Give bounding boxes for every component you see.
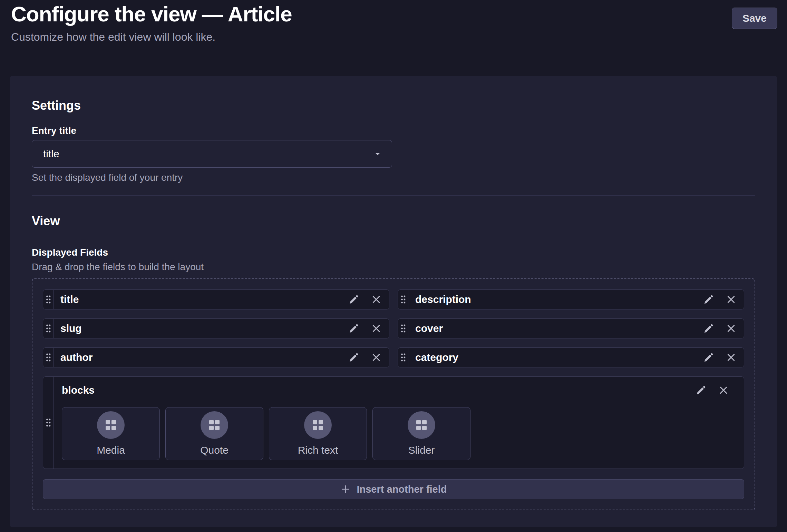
component-icon-circle bbox=[408, 411, 435, 439]
pencil-icon bbox=[703, 352, 714, 363]
component-card[interactable]: Rich text bbox=[269, 407, 367, 460]
drag-handle[interactable] bbox=[398, 319, 408, 338]
pencil-icon bbox=[348, 294, 359, 305]
view-heading: View bbox=[32, 214, 755, 229]
component-icon-circle bbox=[97, 411, 125, 439]
entry-title-select-value: title bbox=[43, 148, 59, 160]
six-dot-drag-handle-icon bbox=[46, 324, 51, 333]
insert-field-button[interactable]: Insert another field bbox=[43, 479, 744, 499]
edit-field-button[interactable] bbox=[703, 323, 714, 334]
drag-handle[interactable] bbox=[398, 290, 408, 309]
edit-field-button[interactable] bbox=[348, 352, 359, 363]
pencil-icon bbox=[348, 323, 359, 334]
component-header: blocks bbox=[62, 382, 736, 398]
field-row[interactable]: author bbox=[43, 347, 389, 367]
field-name: category bbox=[408, 348, 703, 367]
page-title: Configure the view — Article bbox=[11, 2, 777, 26]
field-row[interactable]: title bbox=[43, 289, 389, 309]
component-label: Media bbox=[97, 444, 125, 456]
page-subtitle: Customize how the edit view will look li… bbox=[11, 31, 777, 43]
edit-field-button[interactable] bbox=[703, 352, 714, 363]
remove-field-button[interactable] bbox=[371, 352, 381, 363]
component-label: Rich text bbox=[298, 444, 338, 456]
pencil-icon bbox=[348, 352, 359, 363]
six-dot-drag-handle-icon bbox=[400, 324, 406, 333]
pencil-icon bbox=[703, 323, 714, 334]
remove-field-button[interactable] bbox=[371, 323, 381, 334]
component-icon-circle bbox=[304, 411, 332, 439]
six-dot-drag-handle-icon bbox=[400, 353, 406, 362]
entry-title-label: Entry title bbox=[32, 125, 755, 137]
displayed-fields-hint: Drag & drop the fields to build the layo… bbox=[32, 261, 755, 273]
remove-field-button[interactable] bbox=[726, 323, 736, 334]
grid-2x2-icon bbox=[106, 420, 116, 430]
close-icon bbox=[371, 323, 381, 334]
insert-field-label: Insert another field bbox=[357, 484, 447, 495]
edit-field-button[interactable] bbox=[703, 294, 714, 305]
six-dot-drag-handle-icon bbox=[46, 353, 51, 362]
save-button[interactable]: Save bbox=[732, 8, 777, 29]
drag-handle[interactable] bbox=[43, 348, 54, 367]
field-name: author bbox=[54, 348, 348, 367]
close-icon bbox=[371, 294, 381, 305]
entry-title-select[interactable]: title bbox=[32, 140, 392, 168]
displayed-fields-title: Displayed Fields bbox=[32, 247, 755, 258]
field-name: title bbox=[54, 290, 348, 309]
field-row[interactable]: description bbox=[398, 289, 744, 309]
component-icon-circle bbox=[201, 411, 228, 439]
six-dot-drag-handle-icon bbox=[46, 295, 51, 304]
close-icon bbox=[718, 385, 729, 395]
component-card[interactable]: Media bbox=[62, 407, 160, 460]
component-cards: Media Quote Rich text bbox=[62, 407, 736, 460]
section-divider bbox=[32, 195, 755, 196]
configure-view-panel: Settings Entry title title Set the displ… bbox=[10, 76, 777, 527]
field-row[interactable]: category bbox=[398, 347, 744, 367]
close-icon bbox=[371, 352, 381, 363]
field-name: cover bbox=[408, 319, 703, 338]
pencil-icon bbox=[696, 385, 707, 396]
field-row[interactable]: slug bbox=[43, 318, 389, 338]
field-name: blocks bbox=[62, 384, 95, 396]
page-header: Configure the view — Article Customize h… bbox=[11, 2, 777, 43]
drag-handle[interactable] bbox=[43, 319, 54, 338]
component-label: Slider bbox=[408, 444, 435, 456]
remove-field-button[interactable] bbox=[726, 294, 736, 305]
edit-field-button[interactable] bbox=[348, 294, 359, 305]
six-dot-drag-handle-icon bbox=[46, 418, 51, 427]
component-actions bbox=[696, 385, 736, 396]
edit-field-button[interactable] bbox=[348, 323, 359, 334]
grid-2x2-icon bbox=[313, 420, 323, 430]
fields-grid: title description bbox=[43, 289, 744, 367]
field-name: slug bbox=[54, 319, 348, 338]
chevron-down-icon bbox=[372, 149, 383, 159]
component-field-row[interactable]: blocks Media bbox=[43, 376, 744, 469]
entry-title-hint: Set the displayed field of your entry bbox=[32, 172, 755, 184]
drag-handle[interactable] bbox=[43, 377, 54, 469]
drag-handle[interactable] bbox=[43, 290, 54, 309]
edit-field-button[interactable] bbox=[696, 385, 707, 396]
field-name: description bbox=[408, 290, 703, 309]
component-card[interactable]: Quote bbox=[165, 407, 263, 460]
remove-field-button[interactable] bbox=[726, 352, 736, 363]
settings-heading: Settings bbox=[32, 98, 755, 113]
close-icon bbox=[726, 352, 736, 363]
plus-icon bbox=[340, 484, 351, 495]
component-content: blocks Media bbox=[54, 377, 744, 469]
grid-2x2-icon bbox=[416, 420, 427, 430]
remove-field-button[interactable] bbox=[718, 385, 729, 395]
component-label: Quote bbox=[200, 444, 229, 456]
field-row[interactable]: cover bbox=[398, 318, 744, 338]
drag-handle[interactable] bbox=[398, 348, 408, 367]
component-card[interactable]: Slider bbox=[372, 407, 470, 460]
fields-dropzone: title description bbox=[32, 278, 755, 510]
pencil-icon bbox=[703, 294, 714, 305]
remove-field-button[interactable] bbox=[371, 294, 381, 305]
grid-2x2-icon bbox=[209, 420, 220, 430]
close-icon bbox=[726, 294, 736, 305]
six-dot-drag-handle-icon bbox=[400, 295, 406, 304]
close-icon bbox=[726, 323, 736, 334]
